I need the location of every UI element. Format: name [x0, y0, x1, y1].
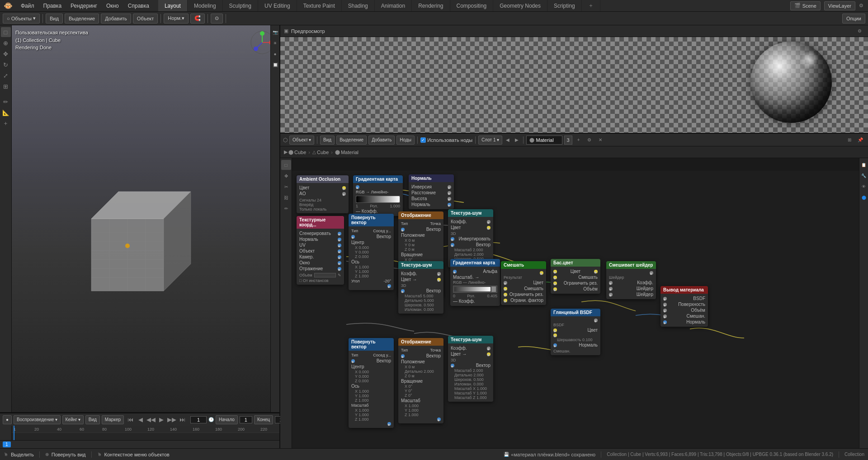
breadcrumb-part1[interactable]: Cube [294, 150, 306, 155]
tab-modeling[interactable]: Modeling [188, 0, 223, 11]
3d-viewport[interactable]: Пользовательская перспектива (1) Collect… [12, 25, 279, 412]
playback-menu-btn[interactable]: Воспроизведение▾ [14, 415, 61, 424]
breadcrumb-part2[interactable]: Cube [317, 150, 329, 155]
rotate-tool[interactable]: ↻ [1, 60, 11, 70]
tab-geometry-nodes[interactable]: Geometry Nodes [493, 0, 547, 11]
node-frame-btn[interactable]: ⊞ [844, 135, 854, 145]
transform-tool[interactable]: ⊞ [1, 81, 11, 91]
slot-selector[interactable]: Слот 1▾ [478, 136, 502, 145]
node-mapping-1[interactable]: Повернуть вектор ТипСосед у... ●Вектор Ц… [349, 214, 394, 290]
node-mix[interactable]: Смешать ● Результат ●Цвет ●Смешать ●Огра… [501, 261, 546, 305]
viewport-icon-2[interactable]: ☀ [270, 38, 280, 48]
node-cut-link-tool[interactable]: ✂ [281, 182, 291, 192]
breadcrumb-part3[interactable]: Material [341, 150, 359, 155]
playback-mode-btn[interactable]: ● [3, 415, 12, 424]
tab-compositing[interactable]: Compositing [450, 0, 494, 11]
node-normal[interactable]: Нормаль Инверсия● Расстояние● Высота● Но… [409, 174, 454, 209]
material-settings-btn[interactable]: ⚙ [585, 136, 594, 145]
viewport-icon-4[interactable]: 🔲 [270, 60, 280, 70]
viewport-icon-1[interactable]: 📷 [270, 27, 280, 37]
node-annotate-tool[interactable]: ✏ [281, 203, 291, 213]
node-nodes-btn[interactable]: Ноды [396, 136, 415, 145]
node-gradient-texture-2[interactable]: Градиентная карта ●Альфа Масштаб. → RGB … [450, 259, 500, 306]
menu-file[interactable]: Файл [16, 0, 39, 11]
node-texture-noise-2[interactable]: Текстура-шум Коэфф.● Цвет →● 3D ●Вектор … [398, 261, 443, 314]
move-tool[interactable]: ✥ [1, 49, 11, 59]
preview-canvas[interactable] [280, 37, 868, 133]
node-object-btn[interactable]: Объект▾ [289, 136, 314, 145]
tab-layout[interactable]: Layout [158, 0, 188, 11]
node-pan-tool[interactable]: ✥ [281, 171, 291, 181]
add-menu-btn[interactable]: Добавить [101, 14, 131, 23]
select-box-tool[interactable]: □ [1, 27, 11, 37]
ne-props-icon-3[interactable]: 👁 [859, 182, 868, 192]
viewport-icon-3[interactable]: ● [270, 49, 280, 59]
node-select-btn[interactable]: Выделение [336, 136, 367, 145]
node-link-tool[interactable]: ⛓ [281, 192, 291, 202]
node-view-btn[interactable]: Вид [320, 136, 335, 145]
next-slot-btn[interactable]: ▶ [513, 136, 520, 145]
node-gradient-texture-1[interactable]: Градиентная карта ● RGB → Линейно- 1Рол.… [353, 175, 403, 216]
preview-settings-icon[interactable]: ⚙ [854, 26, 864, 36]
menu-help[interactable]: Справка [123, 0, 154, 11]
material-delete-btn[interactable]: ✕ [596, 136, 605, 145]
cursor-tool[interactable]: ⊕ [1, 38, 11, 48]
marker-menu-btn[interactable]: Маркер [102, 415, 124, 424]
start-frame-input[interactable]: 1 [240, 416, 252, 423]
add-workspace-btn[interactable]: ＋ [582, 0, 600, 11]
node-texture-noise-3[interactable]: Текстура-шум Коэфф.● Цвет →● 3D ●Вектор … [448, 336, 493, 402]
ne-props-icon-1[interactable]: 📋 [859, 160, 868, 170]
next-frame-btn[interactable]: ▶▶ [167, 415, 176, 424]
node-mix-shader[interactable]: Смешивает шейдер ● Шейдер ●Коэфф. ●Шейде… [606, 261, 656, 299]
proportional-editing-btn[interactable]: ⊙ [211, 14, 223, 23]
tab-texture-paint[interactable]: Texture Paint [297, 0, 342, 11]
tab-uv-editing[interactable]: UV Editing [258, 0, 297, 11]
prev-frame-btn[interactable]: ◀ [136, 415, 145, 424]
material-browse-btn[interactable]: + [574, 136, 583, 145]
node-ambient-occlusion[interactable]: Ambient Occlusion Цвет● AO● Сигналы 24 В… [297, 175, 349, 213]
view-menu-btn[interactable]: Вид [46, 14, 63, 23]
tab-scripting[interactable]: Scripting [547, 0, 582, 11]
tab-rendering[interactable]: Rendering [412, 0, 450, 11]
material-name-field[interactable]: ⬤ Material [526, 136, 562, 145]
node-add-btn[interactable]: Добавить [368, 136, 395, 145]
measure-tool[interactable]: 📐 [1, 108, 11, 117]
view-menu-timeline-btn[interactable]: Вид [85, 415, 100, 424]
node-output-material[interactable]: Вывод материала ●BSDF ●Поверхность ●Объё… [660, 286, 708, 327]
menu-window[interactable]: Окно [102, 0, 123, 11]
select-menu-btn[interactable]: Выделение [65, 14, 99, 23]
viewport-mode-btn[interactable]: ○ Объекты ▾ [3, 14, 40, 23]
node-canvas[interactable]: Ambient Occlusion Цвет● AO● Сигналы 24 В… [292, 171, 859, 448]
annotate-tool[interactable]: ✏ [1, 97, 11, 107]
tab-sculpting[interactable]: Sculpting [223, 0, 258, 11]
play-reverse-btn[interactable]: ◀◀ [146, 415, 156, 424]
view-layer-selector[interactable]: ViewLayer [824, 1, 855, 10]
node-bas-color[interactable]: Бас.цвет ●Цвет● ●Смешать ●Ограничить рез… [551, 259, 600, 294]
blender-logo[interactable]: 🐵 [0, 1, 16, 10]
timeline-area[interactable]: 1 20 40 60 80 100 120 140 160 180 200 22… [0, 426, 279, 448]
node-mapping-2[interactable]: Повернуть вектор ТипСосед у... ●Вектор Ц… [349, 338, 394, 428]
scene-selector[interactable]: 🎬 Scene [790, 1, 821, 10]
jump-to-end-btn[interactable]: ⏭ [178, 415, 187, 424]
scale-tool[interactable]: ⤢ [1, 70, 11, 80]
node-mapping-disp-2[interactable]: Отображение ТипТочка ●Вектор Положение X… [398, 338, 443, 423]
node-glossy-bsdf[interactable]: Глянцевый BSDF ● BSDF ●Цвет ● Шершавость… [551, 309, 600, 355]
use-nodes-checkbox[interactable]: ✓ Использовать ноды [420, 137, 472, 143]
keying-menu-btn[interactable]: Кейнг▾ [62, 415, 84, 424]
object-menu-btn[interactable]: Объект [133, 14, 158, 23]
node-texture-coord[interactable]: Текстурные коорд... Сгенерировать● Норма… [297, 216, 344, 285]
tab-animation[interactable]: Animation [375, 0, 412, 11]
prev-slot-btn[interactable]: ◀ [504, 136, 511, 145]
current-frame-input[interactable]: 1 [190, 416, 207, 423]
tab-shading[interactable]: Shading [342, 0, 375, 11]
options-btn[interactable]: Опции [842, 14, 865, 23]
node-pin-btn[interactable]: 📌 [855, 135, 865, 145]
menu-edit[interactable]: Правка [39, 0, 66, 11]
jump-to-start-btn[interactable]: ⏮ [126, 415, 135, 424]
play-btn[interactable]: ▶ [157, 415, 166, 424]
menu-render[interactable]: Рендеринг [66, 0, 102, 11]
add-tool[interactable]: ＋ [1, 118, 11, 128]
node-select-tool[interactable]: □ [281, 160, 291, 170]
transform-orientation-btn[interactable]: Норм.▾ [164, 14, 189, 23]
ne-props-icon-2[interactable]: 🔧 [859, 171, 868, 181]
